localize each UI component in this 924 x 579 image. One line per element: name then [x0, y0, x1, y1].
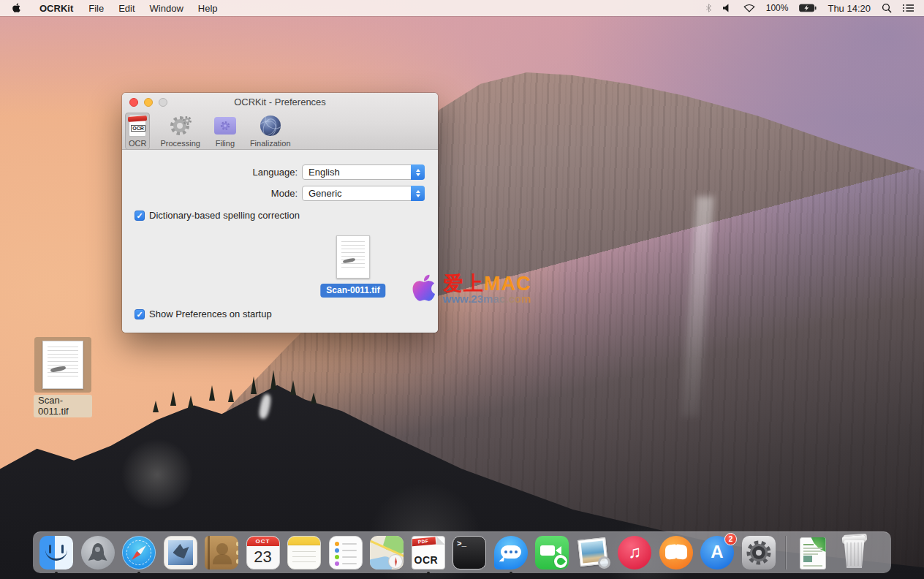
scan-file-thumbnail[interactable]: [336, 235, 370, 279]
maps-icon: [370, 536, 404, 569]
gear-icon: [169, 114, 192, 137]
dock-readme-document[interactable]: [796, 536, 830, 569]
app-store-badge: 2: [724, 533, 737, 545]
dock-divider: [785, 536, 786, 569]
dock-messages[interactable]: [494, 536, 528, 569]
watermark: 爱上MAC www.23mac.com: [410, 273, 531, 306]
battery-percent: 100%: [766, 3, 789, 13]
notification-center-icon[interactable]: [903, 4, 914, 12]
dock-safari[interactable]: [122, 536, 156, 569]
dock-mail[interactable]: [164, 536, 197, 569]
calendar-month: OCT: [247, 537, 279, 546]
dock-ibooks[interactable]: [659, 536, 693, 569]
preview-icon: [577, 536, 610, 569]
mail-icon: [164, 536, 197, 569]
tree-icon: [188, 396, 194, 408]
popup-stepper-icon: [411, 164, 425, 180]
tree-icon: [153, 401, 159, 412]
menu-file[interactable]: File: [81, 0, 111, 16]
wifi-icon[interactable]: [743, 4, 755, 12]
language-popup[interactable]: English: [302, 164, 425, 180]
itunes-icon: ♫: [618, 536, 651, 569]
menu-clock[interactable]: Thu 14:20: [828, 3, 871, 14]
apple-icon: [12, 3, 21, 14]
toolbar-tab-label: Filing: [216, 139, 235, 148]
ocrkit-ocr-text: OCR: [414, 554, 439, 566]
tree-icon: [251, 376, 257, 394]
battery-icon[interactable]: [799, 4, 817, 12]
launchpad-icon: [81, 536, 115, 569]
dock: OCT 23 PDF OCR: [33, 531, 891, 573]
watermark-url: www.23mac.com: [443, 292, 531, 305]
volume-icon[interactable]: [723, 4, 732, 12]
finder-icon: [39, 536, 73, 569]
ocrkit-pdf-band: PDF: [412, 537, 436, 547]
desktop-file-scan[interactable]: Scan-0011.tif: [34, 337, 92, 417]
menu-window[interactable]: Window: [143, 0, 191, 16]
scan-file-label[interactable]: Scan-0011.tif: [320, 284, 385, 298]
toolbar-tab-finalization[interactable]: Finalization: [246, 113, 295, 150]
startup-row: ✓ Show Preferences on startup: [135, 309, 272, 319]
dock-reminders[interactable]: [329, 536, 363, 569]
safari-icon: [122, 536, 156, 569]
dock-maps[interactable]: [370, 536, 404, 569]
startup-checkbox[interactable]: ✓: [135, 309, 145, 319]
globe-icon: [260, 116, 281, 136]
menu-help[interactable]: Help: [191, 0, 225, 16]
window-title: OCRKit - Preferences: [122, 96, 438, 107]
apple-logo-watermark-icon: [410, 273, 438, 306]
desktop-file-label[interactable]: Scan-0011.tif: [34, 395, 92, 417]
apple-menu[interactable]: [0, 0, 31, 16]
spelling-correction-label: Dictionary-based spelling correction: [149, 210, 300, 221]
menu-app-name[interactable]: OCRKit: [31, 0, 81, 16]
dock-app-store[interactable]: 2 A: [700, 536, 734, 569]
tree-icon: [228, 389, 234, 402]
ocr-document-icon: OCR: [129, 115, 146, 137]
ibooks-icon: [659, 536, 693, 569]
dock-launchpad[interactable]: [81, 536, 115, 569]
dock-itunes[interactable]: ♫: [618, 536, 651, 569]
dock-trash[interactable]: [837, 536, 871, 569]
filing-icon: [214, 117, 236, 135]
contacts-icon: [205, 536, 238, 569]
reminders-icon: [329, 536, 363, 569]
toolbar-tab-label: Processing: [160, 139, 200, 148]
toolbar-tab-label: OCR: [129, 139, 146, 148]
preferences-window: OCRKit - Preferences OCR OCR Processing: [122, 93, 438, 333]
dock-calendar[interactable]: OCT 23: [246, 536, 280, 569]
toolbar-tab-ocr[interactable]: OCR OCR: [125, 113, 150, 150]
menu-edit[interactable]: Edit: [111, 0, 142, 16]
dock-preview[interactable]: [577, 536, 610, 569]
preferences-toolbar: OCR OCR Processing Filing: [125, 113, 295, 150]
dock-system-preferences[interactable]: [742, 536, 776, 569]
tree-icon: [270, 370, 276, 390]
dock-notes[interactable]: [287, 536, 321, 569]
tree-icon: [311, 393, 317, 404]
ocrkit-icon: PDF OCR: [412, 536, 445, 569]
dock-contacts[interactable]: [205, 536, 238, 569]
dock-finder[interactable]: [39, 536, 73, 569]
dock-facetime[interactable]: [535, 536, 569, 569]
spelling-correction-checkbox[interactable]: ✓: [135, 211, 145, 221]
mode-value: Generic: [303, 188, 411, 199]
calendar-day: 23: [247, 546, 279, 569]
bluetooth-icon[interactable]: [705, 3, 712, 13]
dock-ocrkit[interactable]: PDF OCR: [412, 536, 445, 569]
system-preferences-gear-icon: [742, 536, 776, 569]
desktop: OCRKit File Edit Window Help 100% Thu 14…: [0, 0, 924, 579]
toolbar-tab-processing[interactable]: Processing: [156, 113, 203, 150]
trash-full-icon: [837, 536, 871, 569]
menu-bar: OCRKit File Edit Window Help 100% Thu 14…: [0, 0, 924, 16]
desktop-selection-highlight: [34, 337, 91, 393]
tree-icon: [209, 385, 215, 401]
watermark-title: 爱上MAC: [443, 273, 531, 294]
toolbar-tab-label: Finalization: [250, 139, 291, 148]
toolbar-tab-filing[interactable]: Filing: [211, 113, 240, 150]
tif-document-icon: [42, 341, 83, 389]
startup-label: Show Preferences on startup: [149, 309, 272, 319]
spotlight-icon[interactable]: [882, 3, 892, 13]
mode-popup[interactable]: Generic: [302, 186, 425, 201]
dock-terminal[interactable]: >_: [452, 536, 486, 569]
running-indicator: [427, 572, 430, 575]
window-titlebar[interactable]: OCRKit - Preferences OCR OCR Processing: [122, 93, 438, 150]
